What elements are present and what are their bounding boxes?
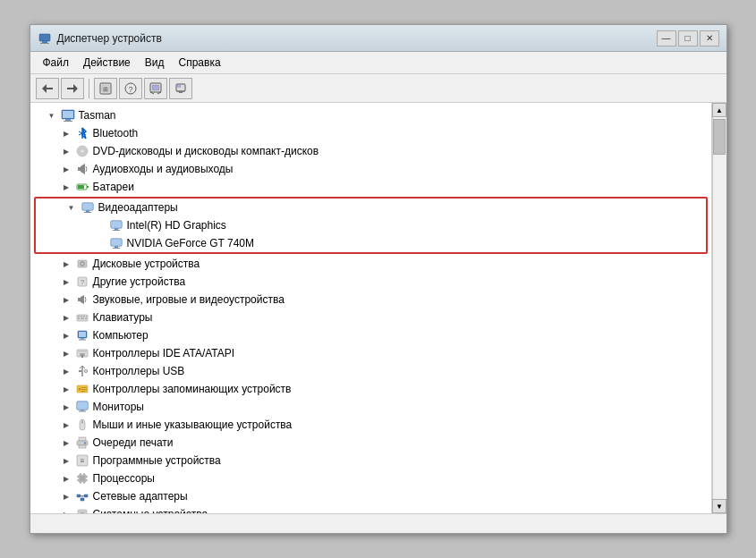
title-controls: — □ ✕ [657,30,719,46]
disk-icon [75,257,89,271]
svg-rect-62 [78,318,80,320]
other-label: Другие устройства [91,275,186,288]
tree-node-storage[interactable]: Контроллеры запоминающих устройств [30,380,711,398]
tree-node-monitors[interactable]: Мониторы [30,398,711,416]
forward-button[interactable] [61,78,84,99]
scroll-thumb[interactable] [713,119,726,155]
sound-expander[interactable] [59,292,73,307]
root-expander[interactable] [45,108,59,123]
svg-rect-43 [112,222,121,227]
tree-node-bluetooth[interactable]: Bluetooth [30,124,711,142]
svg-rect-70 [78,351,87,352]
other-expander[interactable] [59,275,73,289]
svg-text:?: ? [128,85,132,94]
tree-view[interactable]: Tasman Bluetooth [30,103,712,513]
tree-node-audio[interactable]: Аудиовходы и аудиовыходы [30,160,711,178]
svg-rect-80 [81,387,87,388]
menu-help[interactable]: Справка [172,54,228,72]
tree-node-mouse[interactable]: Мыши и иные указывающие устройства [30,416,711,434]
keyboard-expander[interactable] [59,310,73,325]
cpu-icon [75,471,89,486]
properties-button[interactable]: ⊞ [94,78,117,99]
tree-node-intel-gpu[interactable]: Intel(R) HD Graphics [36,216,706,234]
tree-node-net[interactable]: Сетевые адаптеры [30,487,711,505]
usb-icon [75,364,89,378]
battery-expander[interactable] [59,180,73,194]
close-button[interactable]: ✕ [700,30,719,46]
menu-view[interactable]: Вид [138,54,172,72]
svg-rect-61 [86,316,87,317]
ide-expander[interactable] [59,346,73,360]
svg-rect-41 [84,212,91,213]
tree-node-disk[interactable]: Дисковые устройства [30,255,711,273]
storage-expander[interactable] [59,382,73,396]
svg-rect-48 [115,246,118,248]
dvd-expander[interactable] [59,144,73,158]
video-expander[interactable] [64,200,79,215]
svg-rect-88 [81,421,83,423]
tree-root[interactable]: Tasman [30,106,711,124]
tree-node-battery[interactable]: Батареи [30,178,711,196]
net-label: Сетевые адаптеры [91,490,188,503]
svg-rect-18 [177,85,181,88]
audio-expander[interactable] [59,162,73,176]
update-button[interactable] [169,78,192,99]
svg-point-79 [78,388,81,391]
tree-node-other[interactable]: ? Другие устройства [30,273,711,291]
svg-rect-68 [79,340,86,341]
bluetooth-expander[interactable] [59,126,73,140]
tree-node-ide[interactable]: Контроллеры IDE ATA/ATAPI [30,344,711,362]
net-expander[interactable] [59,489,73,503]
scan-button[interactable] [144,78,167,99]
sys-expander[interactable] [59,507,73,513]
disk-expander[interactable] [59,257,73,271]
maximize-button[interactable]: □ [678,30,698,46]
tree-node-prog[interactable]: ≡ Программные устройства [30,452,711,469]
svg-rect-67 [81,338,84,340]
computer-node-icon [75,328,89,342]
audio-label: Аудиовходы и аудиовыходы [91,163,234,175]
svg-point-77 [84,370,87,373]
menu-action[interactable]: Действие [76,54,138,72]
minimize-button[interactable]: — [657,30,676,46]
svg-text:⊞: ⊞ [103,86,108,92]
svg-rect-84 [78,402,87,409]
tree-node-print[interactable]: Очереди печати [30,434,711,452]
svg-text:≡: ≡ [80,457,84,465]
mouse-expander[interactable] [59,418,73,432]
tree-node-computer[interactable]: Компьютер [30,326,711,344]
svg-rect-24 [65,119,71,121]
tree-node-usb[interactable]: Контроллеры USB [30,362,711,380]
tree-node-dvd[interactable]: DVD-дисководы и дисководы компакт-дисков [30,142,711,160]
print-expander[interactable] [59,435,73,450]
usb-expander[interactable] [59,364,73,378]
prog-expander[interactable] [59,453,73,468]
back-button[interactable] [36,78,59,99]
tree-node-video[interactable]: Видеоадаптеры [36,199,706,216]
tree-node-nvidia-gpu[interactable]: NVIDIA GeForce GT 740M [36,234,706,252]
tree-node-sound[interactable]: Звуковые, игровые и видеоустройства [30,291,711,309]
storage-icon [75,382,89,396]
battery-label: Батареи [91,181,134,193]
tree-node-keyboard[interactable]: Клавиатуры [30,309,711,326]
scroll-down-arrow[interactable]: ▼ [712,499,726,513]
scroll-up-arrow[interactable]: ▲ [712,103,726,117]
computer-expander[interactable] [59,328,73,342]
sound-label: Звуковые, игровые и видеоустройства [91,293,285,306]
cpu-expander[interactable] [59,471,73,486]
printer-icon [75,435,89,450]
scroll-track[interactable] [713,117,726,499]
menu-file[interactable]: Файл [36,54,77,72]
bluetooth-icon [75,126,89,140]
help-button[interactable]: ? [119,78,142,99]
tree-node-sys[interactable]: Системные устройства [30,505,711,513]
status-bar [30,513,726,533]
other-icon: ? [75,275,89,289]
monitors-expander[interactable] [59,400,73,414]
device-manager-window: Диспетчер устройств — □ ✕ Файл Действие … [30,24,727,534]
computer-icon [61,108,75,123]
tree-node-cpu[interactable]: Процессоры [30,469,711,487]
monitors-label: Мониторы [91,401,144,413]
scrollbar[interactable]: ▲ ▼ [712,103,726,513]
battery-icon [75,180,89,194]
